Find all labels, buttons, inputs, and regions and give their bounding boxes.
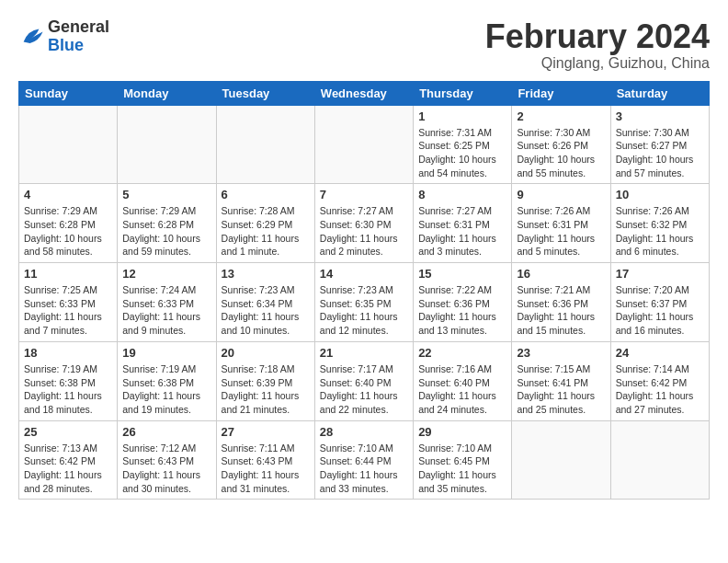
day-info: Sunrise: 7:20 AMSunset: 6:37 PMDaylight:… bbox=[616, 283, 704, 338]
calendar-cell: 13Sunrise: 7:23 AMSunset: 6:34 PMDayligh… bbox=[216, 263, 314, 342]
day-number: 27 bbox=[222, 425, 310, 439]
calendar: Sunday Monday Tuesday Wednesday Thursday… bbox=[18, 81, 710, 500]
day-number: 29 bbox=[418, 425, 506, 439]
day-number: 23 bbox=[517, 346, 605, 360]
day-info: Sunrise: 7:27 AMSunset: 6:31 PMDaylight:… bbox=[418, 204, 506, 259]
week-row-3: 11Sunrise: 7:25 AMSunset: 6:33 PMDayligh… bbox=[19, 263, 710, 342]
calendar-cell: 20Sunrise: 7:18 AMSunset: 6:39 PMDayligh… bbox=[216, 341, 314, 420]
page-header: General Blue February 2024 Qinglang, Gui… bbox=[18, 18, 710, 72]
week-row-5: 25Sunrise: 7:13 AMSunset: 6:42 PMDayligh… bbox=[19, 420, 710, 500]
day-number: 2 bbox=[517, 109, 605, 123]
calendar-cell: 29Sunrise: 7:10 AMSunset: 6:45 PMDayligh… bbox=[414, 420, 512, 500]
day-number: 19 bbox=[122, 346, 210, 360]
calendar-cell: 16Sunrise: 7:21 AMSunset: 6:36 PMDayligh… bbox=[512, 263, 610, 342]
day-number: 17 bbox=[616, 267, 704, 281]
calendar-cell bbox=[19, 105, 118, 184]
day-number: 1 bbox=[418, 109, 506, 123]
calendar-cell: 12Sunrise: 7:24 AMSunset: 6:33 PMDayligh… bbox=[118, 263, 216, 342]
calendar-cell: 19Sunrise: 7:19 AMSunset: 6:38 PMDayligh… bbox=[118, 341, 216, 420]
calendar-cell: 11Sunrise: 7:25 AMSunset: 6:33 PMDayligh… bbox=[19, 263, 118, 342]
calendar-cell: 22Sunrise: 7:16 AMSunset: 6:40 PMDayligh… bbox=[414, 341, 512, 420]
header-monday: Monday bbox=[118, 81, 216, 105]
header-tuesday: Tuesday bbox=[216, 81, 314, 105]
calendar-cell: 14Sunrise: 7:23 AMSunset: 6:35 PMDayligh… bbox=[314, 263, 413, 342]
day-number: 25 bbox=[24, 425, 112, 439]
calendar-cell: 2Sunrise: 7:30 AMSunset: 6:26 PMDaylight… bbox=[512, 105, 610, 184]
day-info: Sunrise: 7:14 AMSunset: 6:42 PMDaylight:… bbox=[616, 362, 704, 417]
day-info: Sunrise: 7:22 AMSunset: 6:36 PMDaylight:… bbox=[418, 283, 506, 338]
calendar-cell: 25Sunrise: 7:13 AMSunset: 6:42 PMDayligh… bbox=[19, 420, 118, 500]
day-number: 26 bbox=[122, 425, 210, 439]
header-saturday: Saturday bbox=[610, 81, 709, 105]
day-info: Sunrise: 7:16 AMSunset: 6:40 PMDaylight:… bbox=[418, 362, 506, 417]
calendar-cell: 4Sunrise: 7:29 AMSunset: 6:28 PMDaylight… bbox=[19, 184, 118, 263]
day-info: Sunrise: 7:19 AMSunset: 6:38 PMDaylight:… bbox=[24, 362, 112, 417]
day-number: 12 bbox=[122, 267, 210, 281]
calendar-cell: 24Sunrise: 7:14 AMSunset: 6:42 PMDayligh… bbox=[610, 341, 709, 420]
day-info: Sunrise: 7:12 AMSunset: 6:43 PMDaylight:… bbox=[122, 442, 210, 496]
day-info: Sunrise: 7:11 AMSunset: 6:43 PMDaylight:… bbox=[222, 442, 310, 496]
calendar-cell: 7Sunrise: 7:27 AMSunset: 6:30 PMDaylight… bbox=[314, 184, 413, 263]
day-info: Sunrise: 7:15 AMSunset: 6:41 PMDaylight:… bbox=[517, 362, 605, 417]
day-number: 21 bbox=[320, 346, 408, 360]
logo-blue: Blue bbox=[48, 37, 109, 55]
day-number: 15 bbox=[418, 267, 506, 281]
logo: General Blue bbox=[18, 18, 109, 55]
logo-icon bbox=[18, 24, 44, 50]
day-info: Sunrise: 7:26 AMSunset: 6:32 PMDaylight:… bbox=[616, 204, 704, 259]
day-info: Sunrise: 7:29 AMSunset: 6:28 PMDaylight:… bbox=[122, 204, 210, 259]
day-number: 14 bbox=[320, 267, 408, 281]
calendar-cell bbox=[118, 105, 216, 184]
day-info: Sunrise: 7:24 AMSunset: 6:33 PMDaylight:… bbox=[122, 283, 210, 338]
day-number: 8 bbox=[418, 188, 506, 201]
calendar-cell: 21Sunrise: 7:17 AMSunset: 6:40 PMDayligh… bbox=[314, 341, 413, 420]
day-number: 24 bbox=[616, 346, 704, 360]
calendar-cell bbox=[512, 420, 610, 500]
day-info: Sunrise: 7:29 AMSunset: 6:28 PMDaylight:… bbox=[24, 204, 112, 259]
day-info: Sunrise: 7:30 AMSunset: 6:27 PMDaylight:… bbox=[616, 126, 704, 180]
header-wednesday: Wednesday bbox=[314, 81, 413, 105]
calendar-cell: 9Sunrise: 7:26 AMSunset: 6:31 PMDaylight… bbox=[512, 184, 610, 263]
calendar-cell bbox=[610, 420, 709, 500]
day-info: Sunrise: 7:21 AMSunset: 6:36 PMDaylight:… bbox=[517, 283, 605, 338]
calendar-cell: 1Sunrise: 7:31 AMSunset: 6:25 PMDaylight… bbox=[414, 105, 512, 184]
day-info: Sunrise: 7:10 AMSunset: 6:45 PMDaylight:… bbox=[418, 442, 506, 496]
day-number: 18 bbox=[24, 346, 112, 360]
month-title: February 2024 bbox=[485, 18, 710, 55]
day-info: Sunrise: 7:23 AMSunset: 6:34 PMDaylight:… bbox=[222, 283, 310, 338]
week-row-2: 4Sunrise: 7:29 AMSunset: 6:28 PMDaylight… bbox=[19, 184, 710, 263]
calendar-cell: 27Sunrise: 7:11 AMSunset: 6:43 PMDayligh… bbox=[216, 420, 314, 500]
calendar-cell: 28Sunrise: 7:10 AMSunset: 6:44 PMDayligh… bbox=[314, 420, 413, 500]
day-info: Sunrise: 7:30 AMSunset: 6:26 PMDaylight:… bbox=[517, 126, 605, 180]
calendar-cell: 17Sunrise: 7:20 AMSunset: 6:37 PMDayligh… bbox=[610, 263, 709, 342]
day-number: 28 bbox=[320, 425, 408, 439]
day-number: 20 bbox=[222, 346, 310, 360]
day-number: 3 bbox=[616, 109, 704, 123]
day-info: Sunrise: 7:17 AMSunset: 6:40 PMDaylight:… bbox=[320, 362, 408, 417]
day-number: 16 bbox=[517, 267, 605, 281]
day-number: 10 bbox=[616, 188, 704, 201]
logo-general: General bbox=[48, 18, 109, 37]
week-row-4: 18Sunrise: 7:19 AMSunset: 6:38 PMDayligh… bbox=[19, 341, 710, 420]
week-row-1: 1Sunrise: 7:31 AMSunset: 6:25 PMDaylight… bbox=[19, 105, 710, 184]
day-info: Sunrise: 7:18 AMSunset: 6:39 PMDaylight:… bbox=[222, 362, 310, 417]
calendar-cell: 26Sunrise: 7:12 AMSunset: 6:43 PMDayligh… bbox=[118, 420, 216, 500]
calendar-cell bbox=[216, 105, 314, 184]
calendar-cell: 23Sunrise: 7:15 AMSunset: 6:41 PMDayligh… bbox=[512, 341, 610, 420]
header-sunday: Sunday bbox=[19, 81, 118, 105]
calendar-cell: 5Sunrise: 7:29 AMSunset: 6:28 PMDaylight… bbox=[118, 184, 216, 263]
day-number: 9 bbox=[517, 188, 605, 201]
day-number: 22 bbox=[418, 346, 506, 360]
calendar-cell bbox=[314, 105, 413, 184]
header-friday: Friday bbox=[512, 81, 610, 105]
calendar-cell: 15Sunrise: 7:22 AMSunset: 6:36 PMDayligh… bbox=[414, 263, 512, 342]
day-info: Sunrise: 7:31 AMSunset: 6:25 PMDaylight:… bbox=[418, 126, 506, 180]
day-info: Sunrise: 7:26 AMSunset: 6:31 PMDaylight:… bbox=[517, 204, 605, 259]
day-info: Sunrise: 7:28 AMSunset: 6:29 PMDaylight:… bbox=[222, 204, 310, 259]
day-info: Sunrise: 7:13 AMSunset: 6:42 PMDaylight:… bbox=[24, 442, 112, 496]
calendar-cell: 10Sunrise: 7:26 AMSunset: 6:32 PMDayligh… bbox=[610, 184, 709, 263]
location: Qinglang, Guizhou, China bbox=[485, 55, 710, 72]
day-info: Sunrise: 7:27 AMSunset: 6:30 PMDaylight:… bbox=[320, 204, 408, 259]
day-info: Sunrise: 7:25 AMSunset: 6:33 PMDaylight:… bbox=[24, 283, 112, 338]
day-number: 6 bbox=[222, 188, 310, 201]
